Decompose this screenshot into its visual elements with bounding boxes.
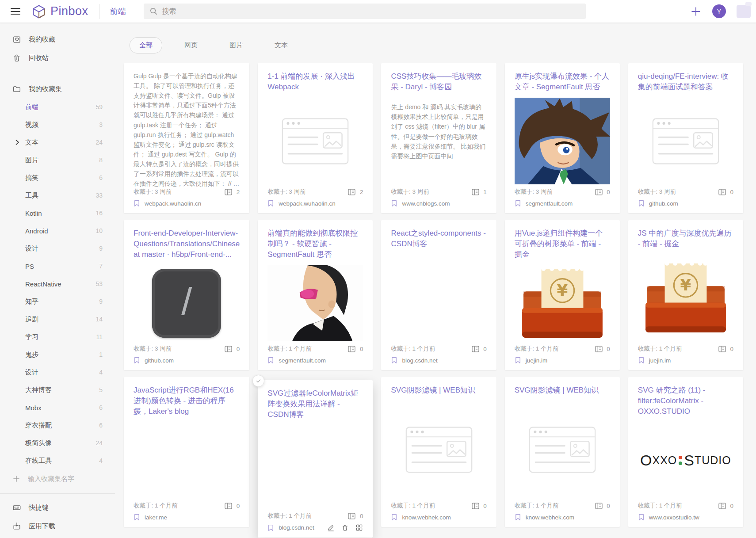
sidebar-collection-android[interactable]: Android10 [0, 222, 115, 240]
side-widget-button[interactable] [737, 5, 751, 18]
sidebar-collection-avatars[interactable]: 极简头像24 [0, 434, 115, 452]
bookmark-domain[interactable]: blog.csdn.net [279, 524, 314, 531]
bookmark-domain[interactable]: www.oxxostudio.tw [649, 514, 699, 521]
sidebar-item-app-download[interactable]: 应用下载 [0, 517, 115, 535]
bookmark-card[interactable]: SVG阴影滤镜 | WEB知识 收藏于: 1 个月前 0 know.webhek… [381, 377, 496, 527]
sidebar-item-shortcuts[interactable]: 快捷键 [0, 498, 115, 517]
select-check-circle[interactable] [252, 375, 264, 387]
bookmark-title[interactable]: Front-end-Developer-Interview-Questions/… [134, 228, 240, 260]
bookmark-title[interactable]: 前端真的能做到彻底权限控制吗？ - 软硬皆施 - SegmentFault 思否 [267, 228, 363, 260]
bookmark-card[interactable]: SVG 研究之路 (11) - filter:feColorMatrix - O… [628, 377, 743, 527]
sidebar-collection-blogs[interactable]: 大神博客5 [0, 381, 115, 399]
bookmark-title[interactable]: SVG阴影滤镜 | WEB知识 [515, 385, 610, 396]
sidebar-collection-reactnative[interactable]: ReactNative53 [0, 275, 115, 293]
sidebar-collection-ps[interactable]: PS7 [0, 257, 115, 275]
sidebar-collection-zhihu[interactable]: 知乎9 [0, 293, 115, 310]
sidebar-item-recycle-bin[interactable]: 回收站 [0, 49, 115, 67]
bookmark-card[interactable]: 1-1 前端的发展 · 深入浅出 Webpack 收藏于: 3 周前 2 web… [258, 63, 373, 213]
bookmark-card[interactable]: 原生js实现瀑布流效果 - 个人文章 - SegmentFault 思否 收藏于… [505, 63, 620, 213]
bookmark-title[interactable]: React之styled-components - CSDN博客 [391, 228, 486, 249]
bookmark-title[interactable]: JavaScript进行RGB和HEX(16进制)颜色转换 - 进击的程序媛，L… [134, 385, 240, 417]
active-collection-label[interactable]: 前端 [110, 6, 126, 17]
bookmark-title[interactable]: 用Vue.js递归组件构建一个可折叠的树形菜单 - 前端 - 掘金 [515, 228, 610, 260]
bookmark-title[interactable]: SVG 研究之路 (11) - filter:feColorMatrix - O… [638, 385, 733, 417]
board-count[interactable]: 2 [348, 189, 363, 195]
bookmark-card[interactable]: qiu-deqing/FE-interview: 收集的前端面试题和答案 收藏于… [628, 63, 743, 213]
avatar[interactable]: Y [712, 4, 726, 18]
chevron-right-icon[interactable] [14, 139, 20, 145]
bookmark-card[interactable]: CSS技巧收集——毛玻璃效果 - Daryl - 博客园 先上 demo 和 源… [381, 63, 496, 213]
tab-all[interactable]: 全部 [130, 37, 162, 53]
sidebar-collection-tools[interactable]: 工具33 [0, 187, 115, 204]
board-count[interactable]: 0 [225, 503, 240, 509]
board-count[interactable]: 0 [718, 189, 733, 195]
bookmark-title[interactable]: 原生js实现瀑布流效果 - 个人文章 - SegmentFault 思否 [515, 71, 610, 92]
move-to-board-icon[interactable] [355, 524, 363, 531]
bookmark-card[interactable]: 用Vue.js递归组件构建一个可折叠的树形菜单 - 前端 - 掘金 收藏于: 1… [505, 220, 620, 370]
board-count[interactable]: 0 [225, 346, 240, 352]
bookmark-card-selected[interactable]: SVG过滤器feColorMatrix矩阵变换效果用法详解 - CSDN博客 收… [258, 380, 373, 538]
board-count[interactable]: 2 [225, 189, 240, 195]
app-logo[interactable]: Pinbox [32, 4, 88, 19]
board-count[interactable]: 0 [595, 503, 610, 509]
edit-icon[interactable] [327, 524, 335, 531]
tab-webpages[interactable]: 网页 [175, 37, 207, 53]
sidebar-collection-images[interactable]: 图片8 [0, 151, 115, 169]
delete-icon[interactable] [341, 524, 349, 531]
sidebar-collection-mobx[interactable]: Mobx6 [0, 399, 115, 416]
bookmark-domain[interactable]: webpack.wuhaolin.cn [145, 200, 201, 207]
board-count[interactable]: 0 [472, 346, 487, 352]
search-bar[interactable] [144, 4, 586, 19]
sidebar-collection-video[interactable]: 视频3 [0, 116, 115, 134]
bookmark-domain[interactable]: blog.csdn.net [402, 357, 437, 364]
sidebar-collection-funny[interactable]: 搞笑6 [0, 169, 115, 187]
sidebar-collections-header[interactable]: 我的收藏集 [0, 80, 115, 98]
board-count[interactable]: 0 [595, 346, 610, 352]
bookmark-domain[interactable]: segmentfault.com [279, 357, 326, 364]
sidebar-collection-shows[interactable]: 追剧14 [0, 310, 115, 328]
bookmark-card[interactable]: SVG阴影滤镜 | WEB知识 收藏于: 1 个月前 0 know.webhek… [505, 377, 620, 527]
sidebar-collection-outfits[interactable]: 穿衣搭配6 [0, 416, 115, 434]
board-count[interactable]: 0 [595, 189, 610, 195]
sidebar-collection-frontend[interactable]: 前端59 [0, 98, 115, 116]
bookmark-domain[interactable]: know.webhek.com [402, 514, 451, 521]
sidebar-item-my-favorites[interactable]: 我的收藏 [0, 30, 115, 49]
bookmark-title[interactable]: SVG过滤器feColorMatrix矩阵变换效果用法详解 - CSDN博客 [267, 388, 363, 420]
board-count[interactable]: 0 [718, 346, 733, 352]
board-count[interactable]: 0 [718, 503, 733, 509]
add-collection-input[interactable]: 输入收藏集名字 [0, 469, 115, 488]
bookmark-domain[interactable]: juejin.im [526, 357, 548, 364]
sidebar-collection-online-tools[interactable]: 在线工具4 [0, 452, 115, 469]
bookmark-domain[interactable]: juejin.im [649, 357, 671, 364]
sidebar-collection-design-2[interactable]: 设计4 [0, 363, 115, 381]
bookmark-domain[interactable]: github.com [649, 200, 678, 207]
bookmark-domain[interactable]: know.webhek.com [526, 514, 574, 521]
add-bookmark-button[interactable] [690, 6, 702, 17]
tab-text[interactable]: 文本 [265, 37, 298, 53]
bookmark-title[interactable]: 1-1 前端的发展 · 深入浅出 Webpack [267, 71, 363, 92]
sidebar-collection-kotlin[interactable]: Kotlin16 [0, 204, 115, 222]
bookmark-title[interactable]: SVG阴影滤镜 | WEB知识 [391, 385, 486, 396]
board-count[interactable]: 0 [472, 503, 487, 509]
bookmark-domain[interactable]: laker.me [145, 514, 167, 521]
bookmark-card[interactable]: Gulp Gulp 是一个基于流的自动化构建工具。 除了可以管理和执行任务，还支… [124, 63, 249, 213]
bookmark-domain[interactable]: www.cnblogs.com [402, 200, 450, 207]
tab-images[interactable]: 图片 [220, 37, 252, 53]
bookmark-card[interactable]: 前端真的能做到彻底权限控制吗？ - 软硬皆施 - SegmentFault 思否… [258, 220, 373, 370]
board-count[interactable]: 1 [472, 189, 487, 195]
board-count[interactable]: 0 [348, 513, 363, 519]
bookmark-title[interactable]: CSS技巧收集——毛玻璃效果 - Daryl - 博客园 [391, 71, 486, 92]
bookmark-title[interactable]: JS 中的广度与深度优先遍历 - 前端 - 掘金 [638, 228, 733, 249]
menu-icon[interactable] [11, 6, 20, 17]
bookmark-card[interactable]: React之styled-components - CSDN博客 收藏于: 1 … [381, 220, 496, 370]
bookmark-title[interactable]: qiu-deqing/FE-interview: 收集的前端面试题和答案 [638, 71, 733, 92]
bookmark-card[interactable]: Front-end-Developer-Interview-Questions/… [124, 220, 249, 370]
bookmark-domain[interactable]: github.com [145, 357, 174, 364]
search-input[interactable] [162, 8, 580, 15]
bookmark-card[interactable]: JavaScript进行RGB和HEX(16进制)颜色转换 - 进击的程序媛，L… [124, 377, 249, 527]
sidebar-collection-study[interactable]: 学习11 [0, 328, 115, 346]
sidebar-collection-design[interactable]: 设计9 [0, 240, 115, 257]
board-count[interactable]: 0 [348, 346, 363, 352]
sidebar-collection-shuffle[interactable]: 鬼步1 [0, 346, 115, 363]
bookmark-domain[interactable]: webpack.wuhaolin.cn [279, 200, 335, 207]
